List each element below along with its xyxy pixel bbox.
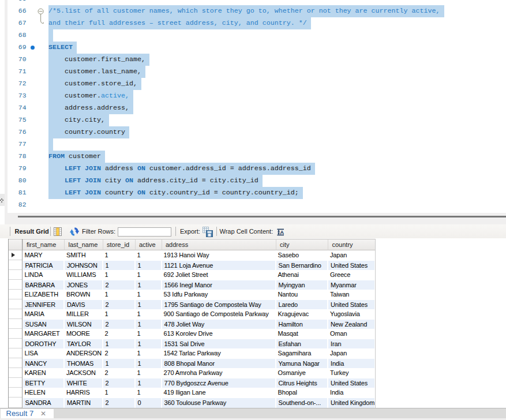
svg-text:A: A <box>280 229 284 235</box>
